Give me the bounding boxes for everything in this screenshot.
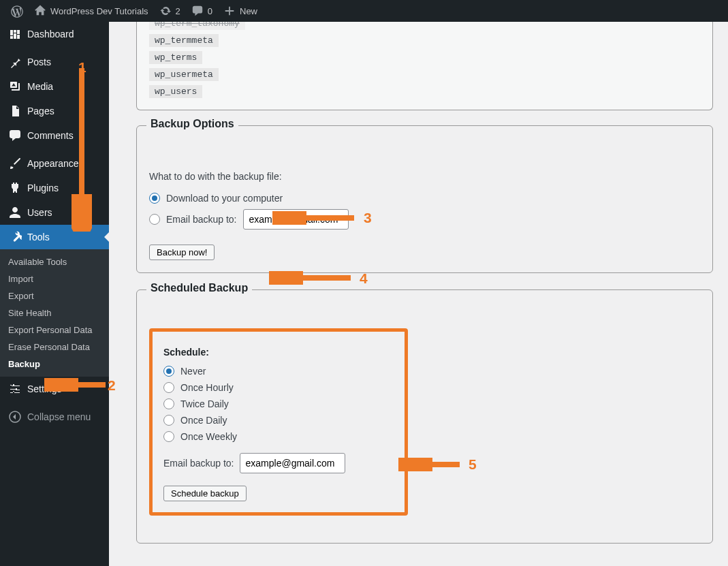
menu-settings[interactable]: Settings [0, 377, 109, 401]
submenu-export-personal[interactable]: Export Personal Data [0, 321, 109, 339]
new-content-link[interactable]: New [218, 0, 263, 22]
email-radio[interactable] [149, 214, 160, 225]
table-tag: wp_users [149, 85, 202, 98]
site-title: WordPress Dev Tutorials [50, 6, 148, 16]
email-input[interactable] [243, 209, 349, 230]
what-to-do-label: What to do with the backup file: [149, 171, 700, 182]
collapse-icon [8, 410, 22, 424]
dashboard-icon [8, 27, 22, 41]
download-label: Download to your computer [166, 193, 283, 204]
schedule-twice-radio[interactable] [163, 398, 174, 409]
submenu-backup[interactable]: Backup [0, 356, 109, 373]
plug-icon [8, 181, 22, 195]
home-icon [34, 5, 46, 17]
menu-comments[interactable]: Comments [0, 123, 109, 148]
wp-logo-menu[interactable] [5, 0, 29, 22]
sliders-icon [8, 382, 22, 396]
brush-icon [8, 157, 22, 170]
menu-label: Plugins [27, 183, 59, 193]
schedule-never-radio[interactable] [163, 366, 174, 377]
content-area: wp_term_taxonomy wp_termmeta wp_terms wp… [109, 22, 728, 566]
submenu-available-tools[interactable]: Available Tools [0, 253, 109, 270]
submenu-export[interactable]: Export [0, 287, 109, 304]
menu-label: Appearance [27, 158, 79, 169]
schedule-email-input[interactable] [240, 453, 345, 473]
wordpress-icon [11, 5, 23, 17]
tools-submenu: Available Tools Import Export Site Healt… [0, 249, 109, 377]
schedule-never-label: Never [180, 366, 206, 377]
site-name-link[interactable]: WordPress Dev Tutorials [29, 0, 154, 22]
table-tag: wp_terms [149, 51, 202, 64]
tables-panel: wp_term_taxonomy wp_termmeta wp_terms wp… [136, 22, 713, 110]
menu-label: Pages [27, 106, 54, 116]
submenu-site-health[interactable]: Site Health [0, 304, 109, 321]
wrench-icon [8, 230, 22, 244]
menu-label: Tools [27, 232, 50, 242]
menu-tools[interactable]: Tools [0, 225, 109, 249]
submenu-import[interactable]: Import [0, 270, 109, 287]
schedule-daily-radio[interactable] [163, 415, 174, 426]
admin-sidebar: Dashboard Posts Media Pages Comments App… [0, 22, 109, 566]
schedule-label: Schedule: [163, 347, 394, 358]
menu-label: Comments [27, 130, 74, 141]
backup-options-fieldset: Backup Options What to do with the backu… [136, 125, 713, 273]
user-icon [8, 206, 22, 219]
download-radio[interactable] [149, 193, 160, 204]
new-label: New [240, 6, 257, 16]
menu-plugins[interactable]: Plugins [0, 176, 109, 200]
page-icon [8, 104, 22, 118]
plus-icon [223, 5, 236, 17]
comment-icon [8, 129, 22, 142]
menu-users[interactable]: Users [0, 200, 109, 225]
email-radio-label: Email backup to: [166, 214, 237, 225]
menu-label: Dashboard [27, 29, 74, 40]
schedule-weekly-label: Once Weekly [180, 431, 237, 442]
schedule-hourly-radio[interactable] [163, 382, 174, 393]
table-tag: wp_term_taxonomy [149, 22, 245, 30]
scheduled-backup-legend: Scheduled Backup [146, 282, 252, 294]
menu-label: Settings [27, 383, 62, 394]
updates-count: 2 [176, 6, 180, 16]
table-tag: wp_termmeta [149, 34, 219, 47]
menu-dashboard[interactable]: Dashboard [0, 22, 109, 46]
menu-label: Posts [27, 57, 51, 67]
menu-label: Users [27, 207, 52, 218]
update-icon [159, 5, 172, 17]
menu-label: Media [27, 81, 53, 92]
comments-link[interactable]: 0 [186, 0, 218, 22]
table-tag: wp_usermeta [149, 68, 219, 81]
backup-options-legend: Backup Options [146, 118, 238, 130]
updates-link[interactable]: 2 [154, 0, 186, 22]
menu-label: Collapse menu [27, 411, 91, 422]
menu-pages[interactable]: Pages [0, 99, 109, 123]
media-icon [8, 80, 22, 93]
submenu-erase-personal[interactable]: Erase Personal Data [0, 339, 109, 356]
schedule-box: Schedule: Never Once Hourly Twice Daily … [149, 328, 408, 516]
menu-media[interactable]: Media [0, 74, 109, 99]
admin-bar: WordPress Dev Tutorials 2 0 New [0, 0, 728, 22]
scheduled-backup-fieldset: Scheduled Backup Schedule: Never Once Ho… [136, 289, 713, 544]
backup-now-button[interactable]: Backup now! [149, 245, 215, 260]
menu-posts[interactable]: Posts [0, 50, 109, 74]
comments-count: 0 [208, 6, 212, 16]
schedule-hourly-label: Once Hourly [180, 382, 234, 393]
menu-appearance[interactable]: Appearance [0, 151, 109, 176]
menu-collapse[interactable]: Collapse menu [0, 405, 109, 429]
schedule-backup-button[interactable]: Schedule backup [163, 486, 247, 501]
pin-icon [8, 55, 22, 69]
comment-icon [191, 5, 204, 17]
schedule-weekly-radio[interactable] [163, 431, 174, 442]
schedule-twice-label: Twice Daily [180, 398, 229, 409]
schedule-email-label: Email backup to: [163, 458, 234, 469]
schedule-daily-label: Once Daily [180, 415, 227, 426]
